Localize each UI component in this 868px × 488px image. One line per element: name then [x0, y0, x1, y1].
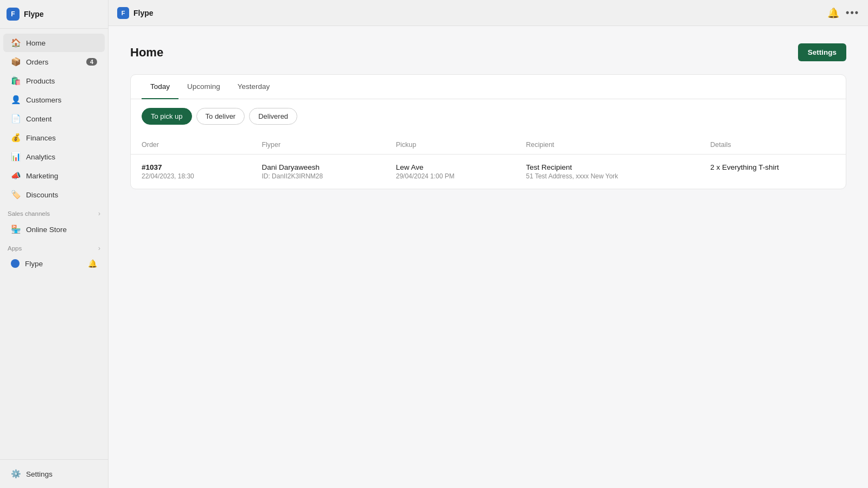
marketing-icon: 📣: [11, 171, 21, 181]
main-card: TodayUpcomingYesterday To pick upTo deli…: [130, 74, 846, 189]
sidebar-item-label: Analytics: [26, 153, 55, 161]
recipient-address: 51 Test Address, xxxx New York: [526, 172, 688, 180]
more-options-icon[interactable]: •••: [846, 7, 859, 18]
sidebar-item-settings[interactable]: ⚙️ Settings: [3, 465, 105, 483]
sidebar-item-content[interactable]: 📄 Content: [3, 110, 105, 128]
sidebar-header: F Flype: [0, 0, 108, 29]
filter-to-pick-up[interactable]: To pick up: [142, 108, 192, 125]
sales-channels-section-label: Sales channels ›: [0, 204, 108, 220]
filter-to-deliver[interactable]: To deliver: [196, 108, 245, 125]
sidebar-item-flype[interactable]: Flype 🔔: [3, 255, 105, 272]
analytics-icon: 📊: [11, 152, 21, 162]
topbar-app-name: Flype: [133, 9, 154, 17]
pickup-location: Lew Ave: [396, 163, 505, 171]
sidebar-item-home[interactable]: 🏠 Home: [3, 34, 105, 52]
col-header-recipient: Recipient: [515, 136, 699, 155]
bell-icon[interactable]: 🔔: [827, 7, 839, 19]
pickup-cell: Lew Ave 29/04/2024 1:00 PM: [385, 155, 515, 189]
sidebar-item-label: Online Store: [26, 226, 67, 234]
flyper-cell: Dani Daryaweesh ID: DanII2K3IRNM28: [251, 155, 385, 189]
filter-delivered[interactable]: Delivered: [249, 108, 297, 125]
sidebar-item-products[interactable]: 🛍️ Products: [3, 72, 105, 90]
col-header-details: Details: [699, 136, 846, 155]
settings-icon: ⚙️: [11, 469, 21, 479]
col-header-order: Order: [131, 136, 251, 155]
store-icon: 🏪: [11, 224, 21, 234]
page-content: Home Settings TodayUpcomingYesterday To …: [108, 26, 868, 488]
sidebar-item-analytics[interactable]: 📊 Analytics: [3, 147, 105, 166]
orders-icon: 📦: [11, 57, 21, 67]
sidebar-item-discounts[interactable]: 🏷️ Discounts: [3, 185, 105, 204]
chevron-icon: ›: [98, 245, 100, 252]
sidebar-item-label: Content: [26, 115, 52, 123]
tab-bar: TodayUpcomingYesterday: [131, 75, 846, 99]
sidebar-item-marketing[interactable]: 📣 Marketing: [3, 166, 105, 185]
sidebar-app-icon: F: [7, 8, 20, 21]
bell-icon: 🔔: [88, 259, 97, 268]
topbar: F Flype 🔔 •••: [108, 0, 868, 26]
customers-icon: 👤: [11, 95, 21, 105]
content-icon: 📄: [11, 114, 21, 124]
sidebar-item-label: Products: [26, 77, 55, 85]
topbar-right: 🔔 •••: [827, 7, 859, 19]
sidebar-item-customers[interactable]: 👤 Customers: [3, 91, 105, 109]
col-header-flyper: Flyper: [251, 136, 385, 155]
flyper-id: ID: DanII2K3IRNM28: [261, 172, 374, 180]
col-header-pickup: Pickup: [385, 136, 515, 155]
sidebar-item-label: Flype: [25, 260, 43, 268]
home-icon: 🏠: [11, 38, 21, 48]
orders-table: OrderFlyperPickupRecipientDetails #1037 …: [131, 136, 846, 189]
sidebar-item-orders[interactable]: 📦 Orders 4: [3, 53, 105, 71]
tab-yesterday[interactable]: Yesterday: [229, 75, 279, 99]
sidebar-app-name: Flype: [24, 10, 44, 18]
sidebar-item-label: Customers: [26, 96, 61, 104]
page-header: Home Settings: [130, 43, 846, 61]
sidebar-nav: 🏠 Home 📦 Orders 4 🛍️ Products 👤 Customer…: [0, 29, 108, 459]
main-content: F Flype 🔔 ••• Home Settings TodayUpcomin…: [108, 0, 868, 488]
details-cell: 2 x Everything T-shirt: [699, 155, 846, 189]
order-cell: #1037 22/04/2023, 18:30: [131, 155, 251, 189]
recipient-name: Test Recipient: [526, 163, 688, 171]
pickup-time: 29/04/2024 1:00 PM: [396, 172, 505, 180]
sidebar-item-label: Orders: [26, 58, 48, 66]
tab-today[interactable]: Today: [142, 75, 178, 99]
topbar-left: F Flype: [117, 7, 154, 19]
flype-logo: F: [117, 7, 129, 19]
recipient-cell: Test Recipient 51 Test Address, xxxx New…: [515, 155, 699, 189]
flype-dot-icon: [11, 259, 20, 268]
settings-button[interactable]: Settings: [798, 43, 846, 61]
discounts-icon: 🏷️: [11, 190, 21, 200]
tab-upcoming[interactable]: Upcoming: [178, 75, 229, 99]
sidebar-item-label: Discounts: [26, 191, 58, 199]
flyper-name: Dani Daryaweesh: [261, 163, 374, 171]
products-icon: 🛍️: [11, 76, 21, 86]
page-title: Home: [130, 46, 163, 60]
filter-bar: To pick upTo deliverDelivered: [131, 99, 846, 133]
sidebar-item-label: Finances: [26, 134, 56, 142]
sidebar-item-online-store[interactable]: 🏪 Online Store: [3, 220, 105, 239]
order-number: #1037: [142, 163, 240, 171]
order-date: 22/04/2023, 18:30: [142, 172, 240, 180]
apps-section-label: Apps ›: [0, 239, 108, 254]
finances-icon: 💰: [11, 133, 21, 143]
sidebar-item-label: Settings: [26, 470, 53, 478]
orders-badge: 4: [86, 58, 97, 66]
sidebar-item-label: Marketing: [26, 172, 58, 180]
sidebar-item-label: Home: [26, 39, 46, 47]
sidebar-item-finances[interactable]: 💰 Finances: [3, 129, 105, 147]
sidebar: F Flype 🏠 Home 📦 Orders 4 🛍️ Products 👤 …: [0, 0, 108, 488]
sidebar-bottom: ⚙️ Settings: [0, 459, 108, 488]
chevron-icon: ›: [98, 210, 100, 217]
table-row: #1037 22/04/2023, 18:30 Dani Daryaweesh …: [131, 155, 846, 189]
